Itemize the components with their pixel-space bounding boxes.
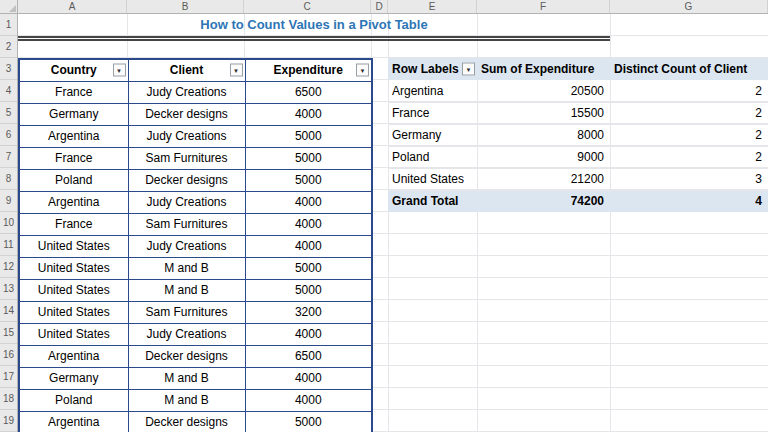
cell-country[interactable]: Poland <box>19 389 128 411</box>
row-header-7[interactable]: 7 <box>0 146 17 168</box>
cell-expenditure[interactable]: 4000 <box>245 213 372 235</box>
cell-country[interactable]: Argentina <box>19 191 128 213</box>
cell-client[interactable]: Decker designs <box>128 169 245 191</box>
header-expenditure[interactable]: Expenditure▼ <box>245 59 372 81</box>
cell-client[interactable]: Sam Furnitures <box>128 213 245 235</box>
cell-country[interactable]: France <box>19 147 128 169</box>
row-header-8[interactable]: 8 <box>0 168 17 190</box>
cell-expenditure[interactable]: 6500 <box>245 81 372 103</box>
pivot-count-value[interactable]: 2 <box>610 80 768 102</box>
grand-total-sum[interactable]: 74200 <box>477 190 610 212</box>
row-header-3[interactable]: 3 <box>0 58 17 80</box>
cell-client[interactable]: M and B <box>128 389 245 411</box>
pivot-count-value[interactable]: 3 <box>610 168 768 190</box>
filter-dropdown-row-labels[interactable]: ▼ <box>462 63 475 76</box>
cell-expenditure[interactable]: 4000 <box>245 103 372 125</box>
column-header-g[interactable]: G <box>610 0 768 13</box>
pivot-sum-value[interactable]: 8000 <box>477 124 610 146</box>
pivot-row-label[interactable]: United States <box>388 168 477 190</box>
cell-client[interactable]: Decker designs <box>128 103 245 125</box>
grand-total-count[interactable]: 4 <box>610 190 768 212</box>
row-header-13[interactable]: 13 <box>0 278 17 300</box>
row-header-10[interactable]: 10 <box>0 212 17 234</box>
cell-country[interactable]: United States <box>19 257 128 279</box>
pivot-row-label[interactable]: Argentina <box>388 80 477 102</box>
cell-client[interactable]: Decker designs <box>128 411 245 432</box>
cell-client[interactable]: Judy Creations <box>128 81 245 103</box>
cell-country[interactable]: France <box>19 81 128 103</box>
pivot-sum-value[interactable]: 15500 <box>477 102 610 124</box>
pivot-row-label[interactable]: Poland <box>388 146 477 168</box>
cell-expenditure[interactable]: 5000 <box>245 169 372 191</box>
pivot-header-sum[interactable]: Sum of Expenditure <box>477 58 610 80</box>
cell-client[interactable]: Sam Furnitures <box>128 301 245 323</box>
pivot-header-row-labels[interactable]: Row Labels▼ <box>388 58 477 80</box>
row-header-16[interactable]: 16 <box>0 344 17 366</box>
pivot-row-label[interactable]: France <box>388 102 477 124</box>
pivot-count-value[interactable]: 2 <box>610 146 768 168</box>
row-header-14[interactable]: 14 <box>0 300 17 322</box>
cell-expenditure[interactable]: 4000 <box>245 323 372 345</box>
row-header-19[interactable]: 19 <box>0 410 17 432</box>
row-header-5[interactable]: 5 <box>0 102 17 124</box>
row-header-15[interactable]: 15 <box>0 322 17 344</box>
cell-country[interactable]: United States <box>19 279 128 301</box>
row-header-17[interactable]: 17 <box>0 366 17 388</box>
pivot-count-value[interactable]: 2 <box>610 124 768 146</box>
cell-expenditure[interactable]: 4000 <box>245 389 372 411</box>
cell-country[interactable]: France <box>19 213 128 235</box>
filter-dropdown-client[interactable]: ▼ <box>230 64 243 77</box>
cell-expenditure[interactable]: 5000 <box>245 411 372 432</box>
row-header-18[interactable]: 18 <box>0 388 17 410</box>
cell-client[interactable]: M and B <box>128 367 245 389</box>
filter-dropdown-expenditure[interactable]: ▼ <box>356 64 369 77</box>
cell-client[interactable]: Judy Creations <box>128 323 245 345</box>
cell-expenditure[interactable]: 4000 <box>245 191 372 213</box>
cell-expenditure[interactable]: 4000 <box>245 367 372 389</box>
grand-total-label[interactable]: Grand Total <box>388 190 477 212</box>
cell-country[interactable]: Poland <box>19 169 128 191</box>
row-header-4[interactable]: 4 <box>0 80 17 102</box>
column-header-f[interactable]: F <box>477 0 610 13</box>
pivot-header-distinct-count[interactable]: Distinct Count of Client <box>610 58 768 80</box>
cell-country[interactable]: Germany <box>19 103 128 125</box>
row-header-6[interactable]: 6 <box>0 124 17 146</box>
pivot-count-value[interactable]: 2 <box>610 102 768 124</box>
header-client[interactable]: Client▼ <box>128 59 245 81</box>
header-country[interactable]: Country▼ <box>19 59 128 81</box>
cell-expenditure[interactable]: 5000 <box>245 257 372 279</box>
cell-client[interactable]: M and B <box>128 279 245 301</box>
row-header-12[interactable]: 12 <box>0 256 17 278</box>
cell-expenditure[interactable]: 5000 <box>245 125 372 147</box>
cell-expenditure[interactable]: 6500 <box>245 345 372 367</box>
row-header-9[interactable]: 9 <box>0 190 17 212</box>
pivot-sum-value[interactable]: 21200 <box>477 168 610 190</box>
cell-country[interactable]: United States <box>19 301 128 323</box>
cell-country[interactable]: Argentina <box>19 345 128 367</box>
cell-country[interactable]: United States <box>19 323 128 345</box>
cell-country[interactable]: Argentina <box>19 125 128 147</box>
cell-client[interactable]: Judy Creations <box>128 235 245 257</box>
column-header-a[interactable]: A <box>18 0 127 13</box>
cell-country[interactable]: United States <box>19 235 128 257</box>
cell-country[interactable]: Argentina <box>19 411 128 432</box>
cell-expenditure[interactable]: 5000 <box>245 279 372 301</box>
cell-expenditure[interactable]: 3200 <box>245 301 372 323</box>
cell-client[interactable]: Judy Creations <box>128 191 245 213</box>
cell-expenditure[interactable]: 4000 <box>245 235 372 257</box>
row-header-11[interactable]: 11 <box>0 234 17 256</box>
cell-client[interactable]: Judy Creations <box>128 125 245 147</box>
pivot-sum-value[interactable]: 9000 <box>477 146 610 168</box>
column-header-d[interactable]: D <box>371 0 388 13</box>
cell-client[interactable]: Sam Furnitures <box>128 147 245 169</box>
column-header-c[interactable]: C <box>244 0 371 13</box>
column-header-e[interactable]: E <box>388 0 477 13</box>
filter-dropdown-country[interactable]: ▼ <box>113 64 126 77</box>
pivot-row-label[interactable]: Germany <box>388 124 477 146</box>
cell-country[interactable]: Germany <box>19 367 128 389</box>
pivot-sum-value[interactable]: 20500 <box>477 80 610 102</box>
row-header-1[interactable]: 1 <box>0 14 17 36</box>
cell-client[interactable]: M and B <box>128 257 245 279</box>
cell-client[interactable]: Decker designs <box>128 345 245 367</box>
sheet-title[interactable]: How to Count Values in a Pivot Table <box>18 14 610 36</box>
